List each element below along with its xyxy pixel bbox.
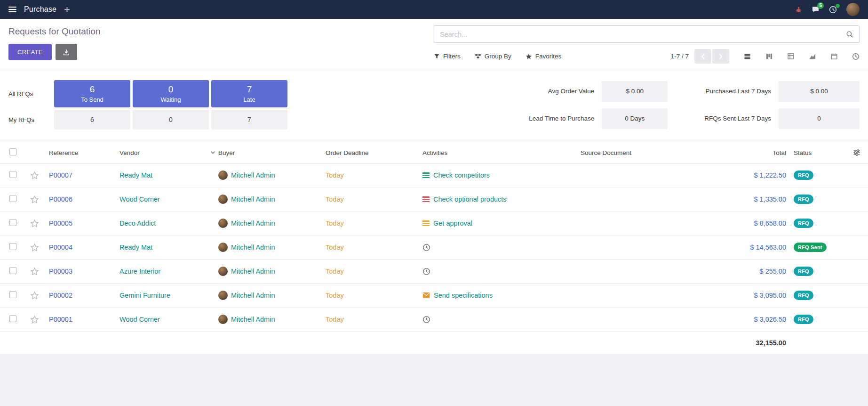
- star-icon[interactable]: [30, 219, 39, 228]
- vendor-link[interactable]: Ready Mat: [119, 171, 152, 179]
- table-row[interactable]: P00001 Wood Corner Mitchell Admin Today …: [0, 308, 868, 332]
- buyer-link[interactable]: Mitchell Admin: [231, 195, 275, 203]
- pager-previous-button[interactable]: [694, 49, 711, 64]
- vendor-link[interactable]: Azure Interior: [119, 268, 160, 275]
- message-count-badge: 5: [817, 2, 824, 9]
- table-row[interactable]: P00005 Deco Addict Mitchell Admin Today …: [0, 211, 868, 235]
- activity-label[interactable]: Send specifications: [434, 292, 493, 299]
- list-view-icon[interactable]: [743, 53, 751, 60]
- stat-card-to-send[interactable]: 6 To Send: [54, 80, 130, 107]
- row-checkbox[interactable]: [9, 171, 16, 178]
- plus-icon[interactable]: [64, 7, 70, 13]
- table-row[interactable]: P00003 Azure Interior Mitchell Admin Tod…: [0, 260, 868, 284]
- search-box[interactable]: [434, 25, 860, 43]
- star-icon[interactable]: [30, 171, 39, 180]
- column-header-buyer[interactable]: Buyer: [218, 149, 326, 156]
- star-icon[interactable]: [30, 243, 39, 252]
- total-amount: $ 3,026.50: [754, 316, 786, 323]
- kpi-value-rfqs-sent-last-7-days[interactable]: 0: [779, 108, 860, 129]
- table-row[interactable]: P00004 Ready Mat Mitchell Admin Today $ …: [0, 235, 868, 260]
- row-checkbox[interactable]: [9, 195, 16, 202]
- search-icon[interactable]: [846, 31, 853, 38]
- select-all-checkbox[interactable]: [9, 148, 16, 155]
- calendar-view-icon[interactable]: [830, 53, 838, 60]
- kpi-value-purchased-last-7-days[interactable]: $ 0.00: [779, 81, 860, 102]
- checklist-icon[interactable]: [422, 220, 430, 227]
- star-icon[interactable]: [30, 315, 39, 324]
- reference-link[interactable]: P00001: [49, 316, 72, 323]
- create-button[interactable]: CREATE: [8, 44, 52, 60]
- menu-icon[interactable]: [8, 7, 16, 12]
- activity-label[interactable]: Get approval: [433, 219, 472, 227]
- reference-link[interactable]: P00004: [49, 244, 72, 251]
- column-header-order-deadline[interactable]: Order Deadline: [326, 149, 422, 156]
- export-button[interactable]: [56, 44, 77, 60]
- row-checkbox[interactable]: [9, 243, 16, 250]
- reference-link[interactable]: P00006: [49, 195, 72, 203]
- clock-icon[interactable]: [422, 316, 430, 324]
- column-header-reference[interactable]: Reference: [49, 149, 119, 156]
- kpi-value-lead-time[interactable]: 0 Days: [602, 108, 668, 129]
- buyer-link[interactable]: Mitchell Admin: [231, 268, 275, 275]
- row-checkbox[interactable]: [9, 315, 16, 322]
- favorites-button[interactable]: Favorites: [526, 53, 562, 60]
- app-name[interactable]: Purchase: [24, 5, 56, 14]
- star-icon[interactable]: [30, 267, 39, 276]
- graph-view-icon[interactable]: [809, 53, 816, 60]
- column-header-status[interactable]: Status: [786, 149, 842, 156]
- messages-icon[interactable]: 5: [812, 6, 820, 13]
- search-input[interactable]: [440, 31, 846, 38]
- activity-view-icon[interactable]: [852, 53, 860, 60]
- column-header-vendor[interactable]: Vendor: [119, 149, 218, 156]
- stat-card-waiting[interactable]: 0 Waiting: [133, 80, 209, 107]
- row-checkbox[interactable]: [9, 267, 16, 274]
- table-row[interactable]: P00006 Wood Corner Mitchell Admin Today …: [0, 187, 868, 211]
- filters-button[interactable]: Filters: [434, 53, 461, 60]
- buyer-link[interactable]: Mitchell Admin: [231, 171, 275, 179]
- vendor-link[interactable]: Deco Addict: [119, 219, 156, 227]
- bug-icon[interactable]: [795, 6, 802, 13]
- star-icon[interactable]: [30, 291, 39, 300]
- reference-link[interactable]: P00002: [49, 292, 72, 299]
- envelope-icon[interactable]: [422, 292, 430, 299]
- stat-card-late[interactable]: 7 Late: [211, 80, 287, 107]
- group-by-button[interactable]: Group By: [475, 53, 511, 60]
- my-stat-late[interactable]: 7: [211, 110, 287, 130]
- row-checkbox[interactable]: [9, 219, 16, 226]
- vendor-link[interactable]: Ready Mat: [119, 244, 152, 251]
- my-stat-waiting[interactable]: 0: [133, 110, 209, 130]
- download-icon: [63, 49, 70, 56]
- checklist-icon[interactable]: [422, 196, 430, 203]
- checklist-icon[interactable]: [422, 172, 430, 179]
- activity-label[interactable]: Check competitors: [433, 171, 490, 179]
- column-header-total[interactable]: Total: [711, 149, 786, 156]
- star-icon[interactable]: [30, 195, 39, 204]
- pivot-view-icon[interactable]: [787, 53, 795, 60]
- topbar-systray: 5: [795, 3, 860, 16]
- clock-icon[interactable]: [422, 268, 430, 276]
- my-stat-to-send[interactable]: 6: [54, 110, 130, 130]
- activity-label[interactable]: Check optional products: [433, 195, 507, 203]
- reference-link[interactable]: P00003: [49, 268, 72, 275]
- pager-next-button[interactable]: [712, 49, 729, 64]
- table-row[interactable]: P00002 Gemini Furniture Mitchell Admin T…: [0, 284, 868, 308]
- table-row[interactable]: P00007 Ready Mat Mitchell Admin Today Ch…: [0, 163, 868, 187]
- kanban-view-icon[interactable]: [765, 53, 773, 60]
- user-avatar[interactable]: [846, 3, 860, 16]
- vendor-link[interactable]: Gemini Furniture: [119, 292, 170, 299]
- reference-link[interactable]: P00005: [49, 219, 72, 227]
- row-checkbox[interactable]: [9, 291, 16, 298]
- buyer-link[interactable]: Mitchell Admin: [231, 219, 275, 227]
- optional-columns-icon[interactable]: [853, 149, 860, 156]
- kpi-value-avg-order-value[interactable]: $ 0.00: [602, 81, 668, 102]
- column-header-source-document[interactable]: Source Document: [581, 149, 711, 156]
- activities-clock-icon[interactable]: [829, 6, 837, 14]
- column-header-activities[interactable]: Activities: [422, 149, 581, 156]
- buyer-link[interactable]: Mitchell Admin: [231, 244, 275, 251]
- vendor-link[interactable]: Wood Corner: [119, 195, 160, 203]
- reference-link[interactable]: P00007: [49, 171, 72, 179]
- buyer-link[interactable]: Mitchell Admin: [231, 292, 275, 299]
- vendor-link[interactable]: Wood Corner: [119, 316, 160, 323]
- buyer-link[interactable]: Mitchell Admin: [231, 316, 275, 323]
- clock-icon[interactable]: [422, 244, 430, 252]
